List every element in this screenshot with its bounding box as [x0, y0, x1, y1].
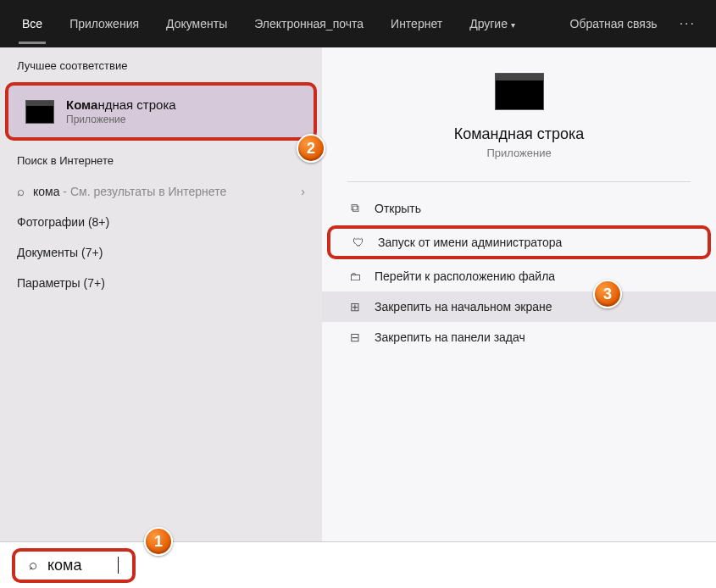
chevron-right-icon: ›: [301, 185, 305, 198]
web-search-header: Поиск в Интернете: [0, 142, 322, 175]
best-match-header: Лучшее соответствие: [0, 47, 322, 80]
divider: [347, 181, 691, 182]
search-bar: ⌕ кома: [0, 541, 716, 588]
category-photos[interactable]: Фотографии (8+): [0, 207, 322, 237]
search-input-wrapper[interactable]: ⌕ кома: [12, 548, 136, 583]
preview-pane: Командная строка Приложение ⧉ Открыть 🛡 …: [322, 47, 716, 541]
best-match-item[interactable]: Командная строка Приложение: [5, 82, 317, 141]
web-query: кома: [33, 185, 59, 198]
folder-icon: 🗀: [347, 269, 363, 283]
pin-task-icon: ⊟: [347, 330, 363, 344]
action-label: Открыть: [375, 202, 421, 215]
action-open-location[interactable]: 🗀 Перейти к расположению файла: [322, 261, 716, 291]
web-suffix: - См. результаты в Интернете: [59, 185, 226, 198]
tab-other-label: Другие: [469, 17, 508, 31]
chevron-down-icon: ▾: [511, 20, 515, 30]
annotation-badge-3: 3: [593, 280, 622, 308]
shield-icon: 🛡: [351, 236, 366, 249]
action-label: Запуск от имени администратора: [378, 236, 562, 249]
preview-subtitle: Приложение: [486, 147, 551, 159]
tab-other[interactable]: Другие▾: [458, 3, 527, 44]
action-pin-start[interactable]: ⊞ Закрепить на начальном экране: [322, 291, 716, 322]
category-documents[interactable]: Документы (7+): [0, 237, 322, 268]
cmd-large-icon: [495, 73, 544, 110]
tab-apps[interactable]: Приложения: [58, 3, 151, 44]
action-pin-taskbar[interactable]: ⊟ Закрепить на панели задач: [322, 322, 716, 352]
match-bold: Кома: [66, 97, 97, 112]
search-icon: ⌕: [29, 557, 37, 574]
header-tabs: Все Приложения Документы Электронная_поч…: [0, 0, 716, 47]
annotation-badge-1: 1: [144, 527, 173, 556]
best-match-title: Командная строка: [66, 97, 176, 112]
action-label: Закрепить на панели задач: [375, 330, 525, 344]
feedback-link[interactable]: Обратная связь: [562, 17, 666, 31]
preview-title: Командная строка: [454, 125, 585, 143]
open-icon: ⧉: [347, 201, 363, 215]
action-label: Перейти к расположению файла: [375, 269, 555, 283]
web-search-item[interactable]: ⌕ кома - См. результаты в Интернете ›: [0, 175, 322, 207]
match-rest: ндная строка: [97, 97, 175, 112]
best-match-subtitle: Приложение: [66, 114, 176, 125]
tab-documents[interactable]: Документы: [154, 3, 239, 44]
cmd-icon: [25, 100, 54, 124]
search-input[interactable]: кома: [47, 557, 107, 574]
action-open[interactable]: ⧉ Открыть: [322, 192, 716, 224]
tab-email[interactable]: Электронная_почта: [242, 3, 375, 44]
results-pane: Лучшее соответствие Командная строка При…: [0, 47, 322, 541]
tab-all[interactable]: Все: [10, 3, 54, 44]
more-button[interactable]: ···: [669, 16, 706, 31]
annotation-badge-2: 2: [297, 134, 325, 163]
action-label: Закрепить на начальном экране: [375, 300, 552, 313]
category-settings[interactable]: Параметры (7+): [0, 268, 322, 298]
text-caret: [118, 557, 119, 574]
tab-internet[interactable]: Интернет: [379, 3, 454, 44]
action-run-as-admin[interactable]: 🛡 Запуск от имени администратора: [327, 225, 711, 259]
pin-start-icon: ⊞: [347, 300, 363, 313]
search-icon: ⌕: [17, 184, 25, 198]
